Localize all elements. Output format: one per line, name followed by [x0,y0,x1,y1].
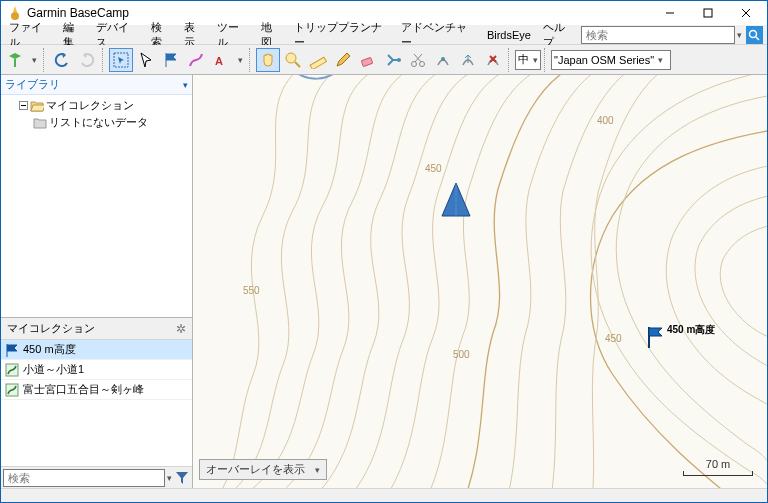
folder-icon [33,117,47,129]
minimize-button[interactable] [651,1,689,25]
track-icon [5,363,19,377]
chevron-down-icon: ▾ [658,55,663,65]
svg-line-6 [756,37,759,40]
list-item-label: 小道～小道1 [23,362,84,377]
toolbar: ▾ A ▾ 中 ▾ "Japan OSM Series" ▾ [1,45,767,75]
pencil-tool-button[interactable] [331,48,355,72]
maximize-button[interactable] [689,1,727,25]
svg-point-13 [397,58,401,62]
svg-rect-12 [361,57,372,66]
map-product-selector[interactable]: "Japan OSM Series" ▾ [551,50,671,70]
detail-level-label: 中 [518,52,529,67]
tree-node-unlisted[interactable]: リストにないデータ [5,114,188,131]
position-marker[interactable] [439,181,473,221]
scale-line [683,471,753,476]
contour-layer [193,75,767,488]
hand-tool-button[interactable] [256,48,280,72]
text-tool-button[interactable]: A [209,48,233,72]
list-item-label: 450 m高度 [23,342,76,357]
scale-label: 70 m [706,458,730,470]
list-item-label: 富士宮口五合目～剣ヶ峰 [23,382,144,397]
flag-icon [5,343,19,357]
pointer-tool-button[interactable] [134,48,158,72]
tree-node-my-collection[interactable]: マイコレクション [5,97,188,114]
global-search-input[interactable] [581,26,735,44]
scale-bar: 70 m [683,458,753,476]
flag-icon [645,325,665,349]
undo-button[interactable] [50,48,74,72]
collection-panel: マイコレクション ✲ 450 m高度 小道～小道1 富士宮口五合目～剣ヶ峰 [1,318,192,488]
library-title: ライブラリ [5,77,60,92]
svg-rect-2 [704,9,712,17]
svg-text:A: A [215,55,223,67]
filter-icon[interactable] [174,470,190,486]
overlay-selector[interactable]: オーバーレイを表示 ▾ [199,459,327,480]
chevron-down-icon: ▾ [533,55,538,65]
svg-rect-11 [310,57,326,69]
delete-point-tool-button[interactable] [481,48,505,72]
search-icon [748,29,760,41]
list-item-track[interactable]: 小道～小道1 [1,360,192,380]
sidebar-search-bar: ▾ [1,466,192,488]
chevron-down-icon: ▾ [315,465,320,475]
global-search-button[interactable] [746,26,763,44]
overlay-label: オーバーレイを表示 [206,462,305,477]
send-to-device-button[interactable] [3,48,27,72]
svg-point-9 [286,53,296,63]
list-item-track[interactable]: 富士宮口五合目～剣ヶ峰 [1,380,192,400]
measure-tool-button[interactable] [306,48,330,72]
eraser-tool-button[interactable] [356,48,380,72]
contour-label: 400 [597,115,614,126]
sidebar-search-dropdown[interactable]: ▾ [167,473,172,483]
sidebar-search-input[interactable] [3,469,165,487]
cut-tool-button[interactable] [406,48,430,72]
library-panel: ライブラリ ▾ マイコレクション リストにないデータ [1,75,192,318]
move-point-tool-button[interactable] [456,48,480,72]
insert-tool-button[interactable] [431,48,455,72]
contour-label: 550 [243,285,260,296]
waypoint-label: 450 m高度 [667,323,715,337]
tree-label: リストにないデータ [49,115,148,130]
map-canvas[interactable]: 400 450 550 500 450 450 m高度 オーバーレイを表示 ▾ … [193,75,767,488]
svg-point-15 [420,61,425,66]
send-dropdown[interactable]: ▾ [28,48,40,72]
split-tool-button[interactable] [381,48,405,72]
track-icon [5,383,19,397]
waypoint-tool-button[interactable] [159,48,183,72]
map-product-label: "Japan OSM Series" [554,54,654,66]
close-button[interactable] [727,1,765,25]
svg-point-16 [441,57,445,61]
svg-point-14 [412,61,417,66]
collection-list: 450 m高度 小道～小道1 富士宮口五合目～剣ヶ峰 [1,340,192,466]
menu-birdseye[interactable]: BirdsEye [481,27,537,43]
list-item-waypoint[interactable]: 450 m高度 [1,340,192,360]
gear-icon[interactable]: ✲ [176,322,186,336]
svg-line-10 [295,62,300,67]
library-header[interactable]: ライブラリ ▾ [1,75,192,95]
waypoint-marker[interactable]: 450 m高度 [661,325,715,349]
redo-button[interactable] [75,48,99,72]
folder-open-icon [30,100,44,112]
collection-title: マイコレクション [7,321,95,336]
collapse-icon [19,101,28,110]
chevron-down-icon: ▾ [183,80,188,90]
text-dropdown[interactable]: ▾ [234,48,246,72]
contour-label: 450 [425,163,442,174]
route-tool-button[interactable] [184,48,208,72]
contour-label: 500 [453,349,470,360]
triangle-icon [439,181,473,219]
global-search-dropdown[interactable]: ▾ [737,30,742,40]
detail-level-selector[interactable]: 中 ▾ [515,50,541,70]
select-tool-button[interactable] [109,48,133,72]
tree-label: マイコレクション [46,98,134,113]
zoom-tool-button[interactable] [281,48,305,72]
status-bar [1,488,767,502]
contour-label: 450 [605,333,622,344]
collection-header: マイコレクション ✲ [1,318,192,340]
sidebar: ライブラリ ▾ マイコレクション リストにないデータ マイコレクション ✲ [1,75,193,488]
svg-point-5 [750,30,757,37]
library-tree: マイコレクション リストにないデータ [1,95,192,133]
menu-bar: ファイル 編集 デバイス 検索 表示 ツール 地図 トリッププランナー アドベン… [1,25,767,45]
